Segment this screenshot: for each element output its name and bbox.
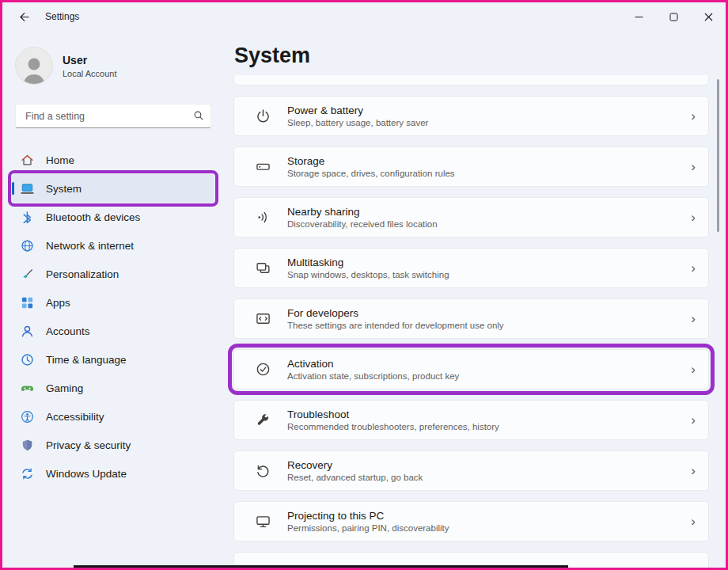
sidebar-item-label: Accessibility <box>46 411 104 423</box>
search-input[interactable] <box>15 104 211 128</box>
row-title: For developers <box>287 307 504 319</box>
settings-row-activation[interactable]: ActivationActivation state, subscription… <box>233 349 709 390</box>
sidebar-item-network-internet[interactable]: Network & internet <box>12 231 214 260</box>
back-arrow-icon <box>18 11 30 23</box>
sidebar-item-label: Privacy & security <box>46 439 131 451</box>
user-account-type: Local Account <box>63 69 117 78</box>
scrollbar-thumb[interactable] <box>717 79 719 232</box>
sidebar-item-accounts[interactable]: Accounts <box>12 317 214 345</box>
sidebar-item-label: Bluetooth & devices <box>46 211 140 223</box>
row-subtitle: Activation state, subscriptions, product… <box>287 371 459 381</box>
maximize-icon <box>669 13 678 21</box>
sidebar-item-apps[interactable]: Apps <box>12 288 214 317</box>
settings-row-power-battery[interactable]: Power & batterySleep, battery usage, bat… <box>233 96 709 136</box>
sidebar-item-personalization[interactable]: Personalization <box>12 260 214 288</box>
privacy-security-icon <box>20 438 35 453</box>
minimize-button[interactable] <box>621 2 656 31</box>
search-box <box>15 104 211 128</box>
row-title: Projecting to this PC <box>287 510 449 522</box>
settings-row-for-developers[interactable]: For developersThese settings are intende… <box>233 298 709 339</box>
activation-icon <box>255 361 271 378</box>
storage-icon <box>255 158 271 175</box>
time-language-icon <box>20 352 35 367</box>
chevron-right-icon: › <box>691 565 696 568</box>
search-icon <box>193 110 204 121</box>
row-title: Multitasking <box>287 256 449 268</box>
row-subtitle: Sleep, battery usage, battery saver <box>287 118 428 127</box>
row-subtitle: Discoverability, received files location <box>287 219 438 229</box>
settings-row-storage[interactable]: StorageStorage space, drives, configurat… <box>233 146 709 187</box>
sidebar: User Local Account Home System <box>2 31 224 568</box>
sidebar-item-windows-update[interactable]: Windows Update <box>12 459 214 488</box>
sidebar-item-time-language[interactable]: Time & language <box>12 345 214 374</box>
gaming-icon <box>20 381 35 396</box>
settings-row-nearby-sharing[interactable]: Nearby sharingDiscoverability, received … <box>233 197 709 238</box>
row-subtitle: Reset, advanced startup, go back <box>287 473 423 482</box>
avatar <box>15 47 53 85</box>
avatar-person-icon <box>18 52 50 84</box>
chevron-right-icon: › <box>691 109 696 123</box>
accessibility-icon <box>20 409 35 424</box>
sidebar-item-gaming[interactable]: Gaming <box>12 374 214 402</box>
user-account-button[interactable]: User Local Account <box>15 47 224 85</box>
chevron-right-icon: › <box>691 515 696 528</box>
personalization-icon <box>20 267 35 282</box>
annotation-frame: Settings <box>0 0 728 570</box>
settings-row-troubleshoot[interactable]: TroubleshootRecommended troubleshooters,… <box>233 400 709 440</box>
system-icon <box>20 181 35 196</box>
sidebar-item-label: System <box>46 183 82 195</box>
minimize-icon <box>635 13 643 21</box>
home-icon <box>20 153 35 168</box>
row-title: Power & battery <box>287 104 428 116</box>
settings-row-recovery[interactable]: RecoveryReset, advanced startup, go back… <box>233 450 709 491</box>
row-subtitle: These settings are intended for developm… <box>287 321 504 330</box>
settings-row-projecting-to-pc[interactable]: Projecting to this PCPermissions, pairin… <box>233 501 709 542</box>
row-title: Storage <box>287 155 455 167</box>
sidebar-item-accessibility[interactable]: Accessibility <box>12 402 214 431</box>
sidebar-item-label: Accounts <box>46 325 90 337</box>
row-subtitle: Permissions, pairing PIN, discoverabilit… <box>287 523 449 533</box>
sidebar-item-label: Apps <box>46 297 70 309</box>
row-title: Nearby sharing <box>287 206 438 218</box>
back-button[interactable] <box>12 6 36 27</box>
chevron-right-icon: › <box>691 211 696 224</box>
chevron-right-icon: › <box>691 160 696 173</box>
row-title: Troubleshoot <box>287 408 499 420</box>
bluetooth-icon <box>20 210 35 225</box>
sidebar-item-label: Time & language <box>46 354 127 366</box>
power-icon <box>255 108 271 124</box>
developers-icon <box>255 310 271 327</box>
row-subtitle: Recommended troubleshooters, preferences… <box>287 422 499 431</box>
row-subtitle: Storage space, drives, configuration rul… <box>287 169 455 178</box>
user-name: User <box>63 54 117 66</box>
maximize-button[interactable] <box>656 2 691 31</box>
main-content: System Power & batterySleep, battery usa… <box>224 31 709 568</box>
network-icon <box>20 238 35 253</box>
row-title: Activation <box>287 358 459 370</box>
close-button[interactable] <box>691 2 726 31</box>
settings-window: Settings <box>2 2 726 568</box>
titlebar: Settings <box>2 2 726 31</box>
apps-icon <box>20 295 35 310</box>
sidebar-item-home[interactable]: Home <box>12 146 214 174</box>
chevron-right-icon: › <box>691 363 696 376</box>
sidebar-item-label: Home <box>46 154 74 166</box>
settings-row-multitasking[interactable]: MultitaskingSnap windows, desktops, task… <box>233 248 709 288</box>
window-controls <box>621 2 726 31</box>
sidebar-item-label: Network & internet <box>46 240 134 252</box>
sidebar-item-label: Windows Update <box>46 468 127 480</box>
sidebar-item-system[interactable]: System <box>12 174 214 203</box>
sidebar-item-privacy-security[interactable]: Privacy & security <box>12 431 214 459</box>
sidebar-item-bluetooth-devices[interactable]: Bluetooth & devices <box>12 203 214 231</box>
troubleshoot-icon <box>255 412 271 428</box>
close-icon <box>704 13 713 21</box>
chevron-right-icon: › <box>691 464 696 477</box>
accounts-icon <box>20 324 35 339</box>
row-title: Recovery <box>287 459 423 471</box>
annotation-box-system: System <box>12 174 214 203</box>
window-title: Settings <box>45 11 79 22</box>
taskbar-sliver <box>74 565 568 568</box>
chevron-right-icon: › <box>691 261 696 275</box>
partial-card-above <box>233 75 709 86</box>
projecting-icon <box>255 513 271 530</box>
